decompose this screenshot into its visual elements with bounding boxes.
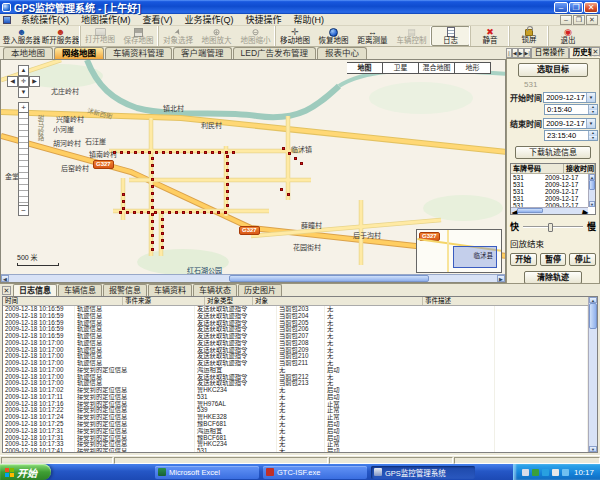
spin-down-icon[interactable]: ▼ [589,110,597,115]
workspace-tab[interactable]: 本地地图 [3,47,53,59]
pan-left-icon[interactable]: ◀ [7,76,18,87]
grid-row[interactable]: 531 2009-12-17 [511,181,588,188]
toolbar-button[interactable]: 地图放大 [197,26,236,46]
scroll-thumb[interactable] [589,180,595,190]
mdi-close-icon[interactable]: ✕ [586,15,598,25]
toolbar-button[interactable]: 车辆控制 [392,26,431,46]
menu-item[interactable]: 快捷操作 [240,14,288,26]
log-row[interactable]: 2009-12-18 10:17:31 接受到的定位信息 鸿运相宜 无 启动 [3,428,588,435]
log-header-cell[interactable]: 事件描述 [423,297,594,305]
zoom-in-button[interactable]: + [18,102,29,113]
maximize-button[interactable]: ❐ [569,2,583,13]
grid-row[interactable]: 531 2009-12-17 [511,195,588,202]
workspace-tab[interactable]: 网络地图 [54,47,104,59]
spin-down-icon[interactable]: ▼ [589,136,597,141]
log-row[interactable]: 2009-12-18 10:17:16 接受到的定位信息 鲁H976AL 无 正… [3,401,588,408]
log-row[interactable]: 2009-12-18 10:16:59 轨迹信息 发送获取轨迹指令 当前包204… [3,313,588,320]
log-row[interactable]: 2009-12-18 10:17:24 接受到的定位信息 鲁HKE328 无 正… [3,414,588,421]
log-row[interactable]: 2009-12-18 10:16:59 轨迹信息 发送获取轨迹指令 当前包205… [3,320,588,327]
log-row[interactable]: 2009-12-18 10:17:22 接受到的定位信息 539 无 正常 [3,407,588,414]
select-target-button[interactable]: 选取目标 [518,63,588,77]
tray-icon[interactable] [532,469,539,476]
menu-item[interactable]: 帮助(H) [288,14,331,26]
scroll-down-icon[interactable]: ▼ [589,446,597,452]
end-date-combo[interactable]: 2009-12-17 ▼ [543,118,596,129]
chevron-down-icon[interactable]: ▼ [586,119,595,128]
map-canvas[interactable]: 尤庄岭村镇北村利民村兴隆岭村小河崖胡河岭村石汪崖镇南岭村后窑岭村金堂岭临沭镇薛疃… [0,59,506,283]
zoom-out-button[interactable]: − [18,205,29,216]
zoom-slider-track[interactable] [18,113,29,205]
log-row[interactable]: 2009-12-18 10:16:59 轨迹信息 发送获取轨迹指令 当前包203… [3,306,588,313]
log-row[interactable]: 2009-12-18 10:17:33 接受到的定位信息 鲁HKC234 无 正… [3,441,588,448]
map-horizontal-scrollbar[interactable]: ◀ ▶ [1,274,505,282]
download-track-button[interactable]: 下载轨迹信息 [515,146,591,159]
start-button[interactable]: 开始 [0,464,51,480]
map-type-button[interactable]: 地形 [455,62,491,74]
scroll-up-icon[interactable]: ▲ [589,297,597,303]
log-row[interactable]: 2009-12-18 10:17:00 接受到的定位信息 鸿运相宜 无 启动 [3,367,588,374]
log-row[interactable]: 2009-12-18 10:17:00 轨迹信息 发送获取轨迹指令 当前包208… [3,340,588,347]
right-panel-tab[interactable]: 日常操作 [531,47,569,58]
map-type-button[interactable]: 卫星 [383,62,419,74]
log-row[interactable]: 2009-12-18 10:16:59 轨迹信息 发送获取轨迹指令 当前包207… [3,333,588,340]
panel-close-icon[interactable]: ✕ [591,47,600,56]
log-header-cell[interactable]: 事件来源 [123,297,205,305]
toolbar-button[interactable]: 退出 [548,26,587,46]
log-row[interactable]: 2009-12-18 10:17:02 接受到的定位信息 鲁HKC234 无 启… [3,387,588,394]
taskbar-task-button[interactable]: GTC-ISF.exe [263,466,367,479]
pan-right-icon[interactable]: ▶ [29,76,40,87]
grid-row[interactable]: 531 2009-12-17 [511,188,588,195]
grid-horizontal-scrollbar[interactable]: ◀ ▶ [511,207,588,214]
toolbar-button[interactable]: 日志 [431,26,470,46]
bottom-panel-tab[interactable]: 报警信息 [103,284,147,296]
toolbar-button[interactable]: 登入服务器 [2,26,41,46]
bottom-panel-tab[interactable]: 车辆信息 [58,284,102,296]
log-row[interactable]: 2009-12-18 10:17:25 接受到的定位信息 豫BCF681 无 启… [3,421,588,428]
playback-button[interactable]: 开始 [510,253,537,266]
log-row[interactable]: 2009-12-18 10:16:59 轨迹信息 发送获取轨迹指令 当前包206… [3,326,588,333]
bottom-panel-close-icon[interactable]: ✕ [2,286,11,295]
tray-icon[interactable] [552,469,559,476]
log-header-cell[interactable]: 时间 [3,297,123,305]
toolbar-button[interactable]: 距离测量 [353,26,392,46]
speed-slider-thumb[interactable] [548,223,553,232]
start-time-spinner[interactable]: 0:15:40 ▲▼ [544,104,598,115]
pan-down-icon[interactable]: ▼ [18,87,29,98]
log-row[interactable]: 2009-12-18 10:17:00 轨迹信息 发送获取轨迹指令 当前包210… [3,353,588,360]
log-row[interactable]: 2009-12-18 10:17:31 接受到的定位信息 豫BCF681 无 启… [3,435,588,442]
pan-up-icon[interactable]: ▲ [18,65,29,76]
tray-icon[interactable] [542,469,549,476]
playback-button[interactable]: 暂停 [540,253,567,266]
log-row[interactable]: 2009-12-18 10:17:00 轨迹信息 发送获取轨迹指令 当前包211… [3,360,588,367]
tray-icon[interactable] [562,469,569,476]
bottom-panel-tab[interactable]: 车辆资料 [148,284,192,296]
end-time-spinner[interactable]: 23:15:40 ▲▼ [544,130,598,141]
chevron-down-icon[interactable]: ▼ [586,93,595,102]
mdi-child-icon[interactable] [3,16,11,24]
playback-button[interactable]: 停止 [569,253,596,266]
grid-header-cell[interactable]: 车牌号码 [511,164,564,174]
log-row[interactable]: 2009-12-18 10:17:00 轨迹信息 发送获取轨迹指令 当前包213… [3,380,588,387]
bottom-panel-tab[interactable]: 车辆状态 [193,284,237,296]
toolbar-button[interactable]: 保存地图 [119,26,158,46]
log-header-cell[interactable]: 对象 [253,297,423,305]
overview-inset-map[interactable]: G327 临沭县 [416,229,502,273]
toolbar-button[interactable]: 静音 [470,26,509,46]
taskbar-task-button[interactable]: Microsoft Excel [155,466,259,479]
log-row[interactable]: 2009-12-18 10:17:11 接受到的定位信息 531 无 启动 [3,394,588,401]
start-date-combo[interactable]: 2009-12-17 ▼ [543,92,596,103]
workspace-tab[interactable]: 车辆资料管理 [105,47,172,59]
close-button[interactable]: ✕ [584,2,598,13]
menu-item[interactable]: 系统操作(X) [15,14,75,26]
map-type-button[interactable]: 混合地图 [419,62,455,74]
scroll-down-icon[interactable]: ▼ [589,201,595,207]
map-type-button[interactable]: 地图 [347,62,383,74]
tab-scroll-last-icon[interactable]: ▶| [524,48,531,58]
bottom-panel-tab[interactable]: 日志信息 [13,284,57,296]
scroll-thumb[interactable] [229,275,429,282]
grid-vertical-scrollbar[interactable]: ▲ ▼ [588,174,595,207]
grid-row[interactable]: 531 2009-12-17 [511,174,588,181]
toolbar-button[interactable]: 对象选择 [158,26,197,46]
menu-item[interactable]: 业务操作(Q) [179,14,240,26]
toolbar-button[interactable]: 恢复地图 [314,26,353,46]
